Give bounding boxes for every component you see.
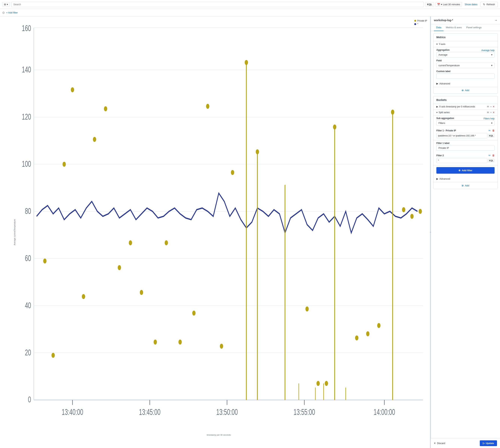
filter1-text-input[interactable] [436,145,495,151]
split-series-eye-icon[interactable]: 👁 [487,111,489,114]
refresh-button[interactable]: ↻ Refresh [480,2,498,7]
svg-point-44 [220,344,223,349]
tab-panel-settings[interactable]: Panel settings [464,24,484,31]
sub-aggregation-select[interactable]: Filters ▾ [436,120,495,126]
add-circle-icon: ⊕ [462,89,464,92]
index-selector[interactable]: ⊞ ▾ [2,2,10,7]
resize-dots-icon: ⁞ [429,232,432,233]
buckets-advanced-row[interactable]: ▶ Advanced [433,176,498,182]
filter-icon[interactable]: ⊙ [2,11,5,15]
add-filter-plus-icon: ⊕ [458,169,461,172]
filter2-delete-icon[interactable]: 🗑 [492,154,495,157]
add-filter-big-button[interactable]: ⊕ Add filter [436,167,495,174]
svg-text:100: 100 [22,159,31,168]
field-value: currentTemperature [438,64,460,67]
metrics-add-label: Add [465,89,469,92]
aggregation-row: Aggregation Average help [436,49,495,52]
y-axis-label-text: Y-axis [439,43,445,46]
metrics-advanced-label: Advanced [439,82,450,85]
metrics-add-button[interactable]: ⊕ Add [462,89,469,92]
filter1-title: Filter 1 - Private IP [436,129,456,132]
filter1-edit-icon[interactable]: ✏ [489,129,491,132]
y-axis-row[interactable]: ▾ Y-axis [433,41,498,47]
svg-point-55 [305,306,309,312]
chart-svg: 0 20 40 60 80 100 120 140 160 13:40:00 1… [9,19,429,433]
split-series-close-icon[interactable]: ✕ [493,111,495,114]
discard-label: Discard [437,442,445,445]
metrics-advanced-row[interactable]: ▶ Advanced [433,80,498,87]
split-series-icons: 👁 = ✕ [487,111,495,114]
xaxis-eye-icon[interactable]: 👁 [487,105,489,108]
search-input[interactable] [11,2,424,7]
svg-point-39 [154,340,157,345]
y-axis-chevron-icon: ▾ [436,43,438,46]
filter1-block: Filter 1 - Private IP ✏ 🗑 KQL [433,127,498,140]
xaxis-chevron-icon[interactable]: ▶ [436,105,438,108]
index-icon: ⊞ [4,3,6,6]
svg-text:14:00:00: 14:00:00 [374,407,395,416]
filter2-block: Filter 2 ✏ 🗑 KQL [433,152,498,165]
svg-point-61 [355,335,358,340]
filter1-label-group: Filter 1 label [433,140,498,152]
svg-text:13:50:00: 13:50:00 [216,407,238,416]
split-series-chevron-icon[interactable]: ▾ [436,111,437,114]
svg-point-38 [140,290,143,295]
time-range-selector[interactable]: 📅 ▾ Last 30 minutes [435,2,462,7]
xaxis-close-icon[interactable]: ✕ [493,105,495,108]
filter1-text-label: Filter 1 label [436,142,495,144]
add-filter-button[interactable]: + Add filter [6,11,18,14]
show-dates-button[interactable]: Show dates [463,2,479,7]
filter1-input[interactable] [436,133,487,138]
split-series-bucket-row: ▾ Split series 👁 = ✕ [433,110,498,115]
svg-point-29 [43,258,47,263]
xaxis-icons: 👁 = ✕ [487,105,495,108]
update-button[interactable]: ▷ Update [480,440,497,446]
xaxis-bucket-left: ▶ X-axis timestamp per 0 milliseconds [436,105,475,108]
buckets-add-button[interactable]: ⊕ Add [462,184,469,187]
discard-button[interactable]: ✕ Discard [434,442,445,445]
filter2-edit-icon[interactable]: ✏ [489,154,491,157]
svg-point-45 [231,170,234,175]
buckets-advanced-chevron-icon: ▶ [436,177,438,180]
svg-point-57 [325,381,328,386]
chart-area: Average currentTemperature Private IP * [0,16,430,448]
custom-label-input[interactable] [436,73,495,79]
filter1-input-row: KQL [436,133,495,138]
resize-handle[interactable]: ⁞ [430,16,431,448]
aggregation-chevron-icon: ▾ [491,53,493,56]
sub-aggregation-value: Filters [438,122,445,125]
tab-metrics-axes[interactable]: Metrics & axes [443,24,464,31]
svg-point-37 [129,240,132,245]
buckets-advanced-label: Advanced [439,177,450,180]
svg-text:13:40:00: 13:40:00 [62,407,83,416]
panel-header: workshop-log-* ⇒ [431,16,500,24]
svg-point-66 [402,207,405,212]
metrics-advanced-chevron-icon: ▶ [436,82,438,85]
index-chevron: ▾ [7,3,8,6]
filter1-delete-icon[interactable]: 🗑 [492,129,495,132]
svg-point-62 [366,331,370,336]
svg-point-68 [419,209,422,214]
filter2-kql-tag[interactable]: KQL [488,159,495,162]
svg-point-41 [178,340,182,345]
metrics-fields: Aggregation Average help Average ▾ Field… [433,47,498,80]
buckets-section-header: Buckets [433,96,498,104]
field-select[interactable]: currentTemperature ▾ [436,63,495,68]
time-range-value: Last 30 minutes [443,3,460,6]
panel-title: workshop-log-* [434,19,453,22]
svg-text:40: 40 [25,301,31,310]
filter2-title: Filter 2 [436,154,444,157]
filter1-kql-tag[interactable]: KQL [488,134,495,137]
refresh-icon: ↻ [483,3,485,6]
add-filter-big-label: Add filter [462,169,472,172]
aggregation-help-link[interactable]: Average help [482,49,495,52]
tab-data[interactable]: Data [434,24,443,31]
split-series-label: Split series [439,111,450,114]
aggregation-select[interactable]: Average ▾ [436,52,495,57]
kql-button[interactable]: KQL [425,2,434,7]
filter2-input[interactable] [436,158,487,163]
panel-expand-icon[interactable]: ⇒ [495,19,497,22]
svg-point-59 [333,125,337,129]
sub-aggregation-help-link[interactable]: Filters help [484,117,495,120]
svg-point-67 [410,214,414,219]
